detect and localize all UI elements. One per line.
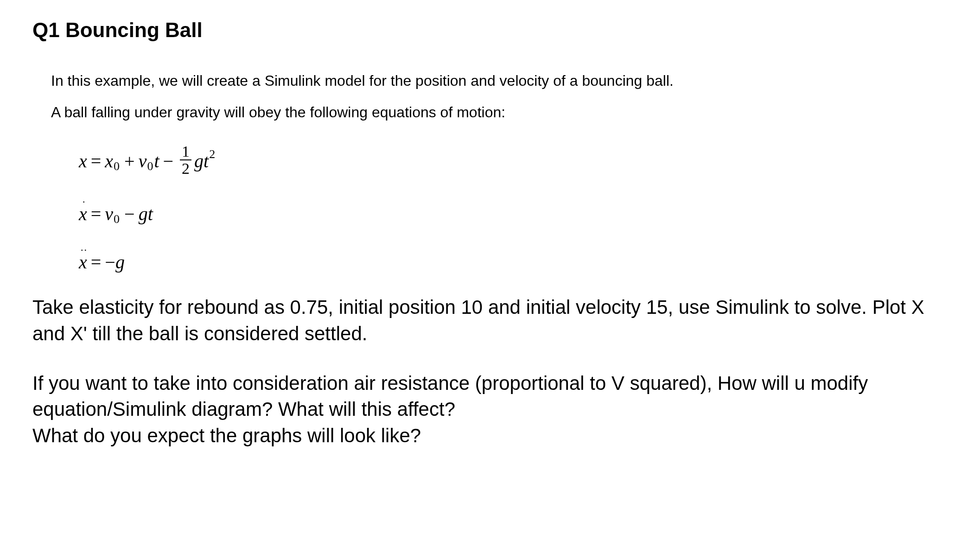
var-v: v — [139, 150, 147, 172]
equals-sign-2: = — [91, 203, 102, 225]
equation-position: x = x 0 + v 0 t − 1 2 g t 2 — [79, 138, 948, 184]
intro-line-1: In this example, we will create a Simuli… — [51, 70, 948, 93]
paragraph-parameters: Take elasticity for rebound as 0.75, ini… — [32, 294, 948, 347]
var-x: x — [79, 150, 87, 172]
var-g-2: g — [139, 203, 148, 225]
var-v0-sub-2: 0 — [114, 212, 120, 226]
var-xdot: x — [79, 203, 87, 225]
fraction-numerator: 1 — [180, 143, 191, 160]
var-g: g — [194, 150, 204, 172]
document-page: Q1 Bouncing Ball In this example, we wil… — [0, 0, 980, 468]
var-v-2: v — [105, 203, 113, 225]
neg-sign: − — [105, 251, 115, 273]
equation-velocity: . x = v 0 − g t — [79, 195, 948, 232]
var-x0-sub: 0 — [114, 159, 120, 173]
var-t2: t — [204, 150, 209, 172]
equals-sign-3: = — [91, 251, 102, 273]
question-title: Q1 Bouncing Ball — [32, 19, 948, 42]
var-v0-sub: 0 — [147, 159, 153, 173]
dot-single-icon: . — [83, 194, 85, 204]
paragraph-air-resistance: If you want to take into consideration a… — [32, 370, 948, 423]
minus-sign: − — [163, 150, 174, 172]
body-text: Take elasticity for rebound as 0.75, ini… — [32, 294, 948, 449]
var-t: t — [154, 150, 159, 172]
intro-line-2: A ball falling under gravity will obey t… — [51, 101, 948, 124]
plus-sign: + — [124, 150, 135, 172]
equation-acceleration: .. x = − g — [79, 243, 948, 280]
paragraph-graph-expectation: What do you expect the graphs will look … — [32, 423, 948, 449]
equals-sign: = — [91, 150, 102, 172]
intro-block: In this example, we will create a Simuli… — [51, 70, 948, 124]
minus-sign-2: − — [124, 203, 135, 225]
var-g-3: g — [115, 251, 125, 273]
var-t-2: t — [148, 203, 153, 225]
dot-double-icon: .. — [81, 242, 88, 253]
equations-block: x = x 0 + v 0 t − 1 2 g t 2 . x = v 0 − — [79, 138, 948, 280]
var-xddot: x — [79, 251, 87, 273]
fraction-half: 1 2 — [180, 143, 191, 177]
fraction-denominator: 2 — [180, 160, 191, 177]
var-t2-sup: 2 — [209, 147, 215, 161]
var-x0-x: x — [105, 150, 113, 172]
